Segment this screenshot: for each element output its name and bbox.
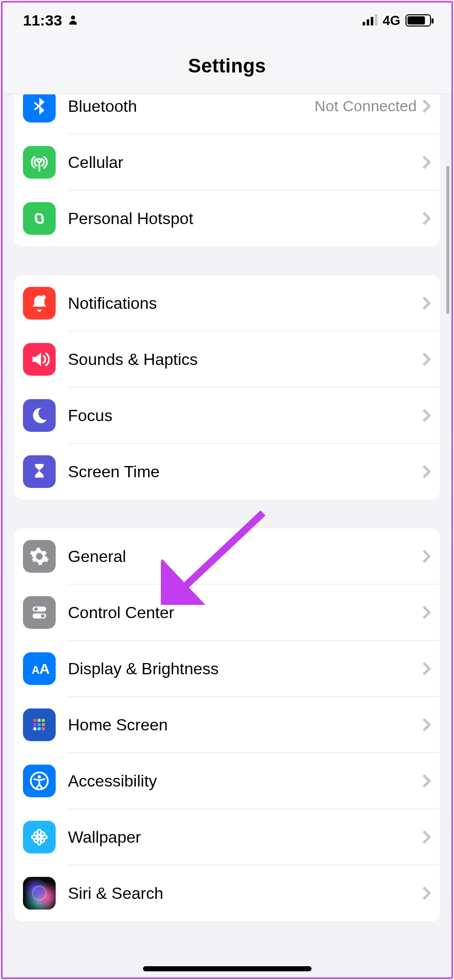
status-right: 4G (363, 13, 431, 29)
row-label: Screen Time (68, 462, 422, 481)
svg-text:A: A (32, 664, 40, 676)
svg-rect-12 (38, 723, 41, 726)
row-screen-time[interactable]: Screen Time (14, 444, 440, 500)
svg-point-19 (38, 836, 41, 839)
row-label: Display & Brightness (68, 659, 422, 678)
page-title: Settings (188, 55, 266, 77)
chevron-right-icon (422, 296, 431, 310)
row-label: Personal Hotspot (68, 209, 422, 228)
signal-bars-icon (363, 15, 377, 26)
chevron-right-icon (422, 155, 431, 169)
svg-point-5 (41, 614, 44, 618)
row-accessibility[interactable]: Accessibility (14, 753, 440, 809)
chevron-right-icon (422, 464, 431, 479)
chevron-right-icon (422, 886, 431, 900)
settings-group-system: General Control Center AA Display & Brig… (14, 528, 440, 921)
svg-rect-16 (42, 727, 45, 730)
row-bluetooth[interactable]: Bluetooth Not Connected (14, 94, 440, 134)
row-general[interactable]: General (14, 528, 440, 584)
chevron-right-icon (422, 718, 431, 732)
toggles-icon (23, 596, 56, 629)
link-icon (23, 202, 56, 235)
row-personal-hotspot[interactable]: Personal Hotspot (14, 190, 440, 247)
row-control-center[interactable]: Control Center (14, 584, 440, 641)
row-label: Accessibility (68, 772, 422, 791)
svg-point-1 (41, 295, 45, 299)
svg-rect-11 (33, 723, 36, 726)
scroll-indicator[interactable] (446, 166, 449, 314)
row-label: Sounds & Haptics (68, 350, 422, 369)
row-label: Wallpaper (68, 828, 422, 847)
speaker-icon (23, 343, 56, 376)
chevron-right-icon (422, 408, 431, 423)
row-label: Notifications (68, 294, 422, 313)
chevron-right-icon (422, 211, 431, 226)
svg-rect-15 (38, 727, 41, 730)
person-icon (67, 12, 79, 29)
svg-rect-13 (42, 723, 45, 726)
svg-point-28 (33, 887, 46, 900)
row-sounds-haptics[interactable]: Sounds & Haptics (14, 331, 440, 387)
row-label: Bluetooth (68, 97, 315, 116)
device-screen: 11:33 4G Settings Bluetooth Not Connec (3, 3, 451, 977)
chevron-right-icon (422, 352, 431, 366)
siri-icon (23, 877, 56, 910)
svg-point-3 (34, 607, 38, 611)
row-label: Siri & Search (68, 884, 422, 903)
row-label: General (68, 547, 422, 566)
svg-text:A: A (39, 660, 50, 677)
settings-list[interactable]: Bluetooth Not Connected Cellular Persona… (3, 94, 451, 977)
svg-point-18 (38, 775, 41, 778)
accessibility-icon (23, 765, 56, 797)
row-detail: Not Connected (315, 97, 417, 115)
status-left: 11:33 (23, 12, 79, 29)
moon-icon (23, 399, 56, 432)
screenshot-frame: 11:33 4G Settings Bluetooth Not Connec (1, 1, 453, 979)
chevron-right-icon (422, 774, 431, 788)
chevron-right-icon (422, 605, 431, 620)
antenna-icon (23, 146, 56, 179)
chevron-right-icon (422, 549, 431, 564)
home-indicator[interactable] (143, 966, 312, 971)
bluetooth-icon (23, 94, 56, 122)
svg-rect-8 (33, 719, 36, 722)
chevron-right-icon (422, 830, 431, 844)
settings-group-connectivity: Bluetooth Not Connected Cellular Persona… (14, 94, 440, 247)
gear-icon (23, 540, 56, 573)
row-label: Control Center (68, 603, 422, 622)
flower-icon (23, 821, 56, 853)
grid-icon (23, 708, 56, 741)
bell-icon (23, 287, 56, 320)
row-cellular[interactable]: Cellular (14, 134, 440, 190)
row-label: Home Screen (68, 716, 422, 734)
svg-rect-10 (42, 719, 45, 722)
battery-icon (405, 14, 431, 27)
row-focus[interactable]: Focus (14, 387, 440, 444)
row-home-screen[interactable]: Home Screen (14, 697, 440, 753)
chevron-right-icon (422, 99, 431, 113)
nav-bar: Settings (3, 38, 451, 94)
row-wallpaper[interactable]: Wallpaper (14, 809, 440, 865)
text-size-icon: AA (23, 652, 56, 685)
network-label: 4G (383, 13, 400, 29)
status-time: 11:33 (23, 12, 62, 29)
chevron-right-icon (422, 662, 431, 676)
svg-rect-9 (38, 719, 41, 722)
svg-point-0 (71, 16, 75, 20)
svg-rect-14 (33, 727, 36, 730)
status-bar: 11:33 4G (3, 3, 451, 38)
settings-group-alerts: Notifications Sounds & Haptics Focus (14, 275, 440, 500)
1-siri-search[interactable]: Siri & Search (14, 865, 440, 921)
row-display-brightness[interactable]: AA Display & Brightness (14, 641, 440, 697)
row-label: Cellular (68, 153, 422, 172)
hourglass-icon (23, 455, 56, 488)
row-label: Focus (68, 406, 422, 425)
row-notifications[interactable]: Notifications (14, 275, 440, 331)
